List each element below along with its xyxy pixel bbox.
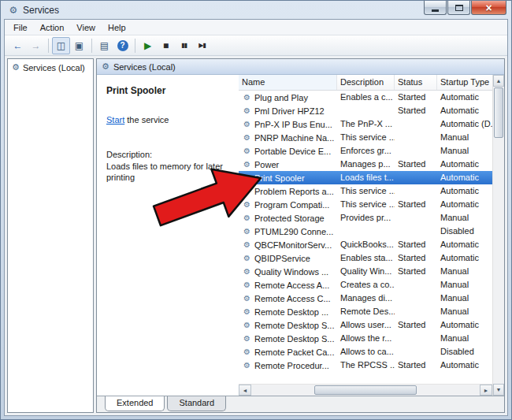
menu-item-action[interactable]: Action: [34, 21, 71, 34]
service-status: [395, 332, 437, 345]
service-row[interactable]: ⚙QBIDPServiceEnables sta...StartedAutoma…: [239, 251, 492, 265]
service-row[interactable]: ⚙Remote Packet Ca...Allows to ca...Disab…: [239, 345, 492, 359]
tab-standard[interactable]: Standard: [167, 396, 226, 411]
scroll-left-button[interactable]: ◄: [239, 385, 251, 396]
title-bar: ⚙ Services ×: [4, 1, 508, 19]
service-row[interactable]: ⚙Portable Device E...Enforces gr...Manua…: [239, 144, 492, 158]
service-name-cell: ⚙Protected Storage: [239, 211, 337, 225]
scroll-down-button[interactable]: ▼: [493, 384, 504, 396]
service-startup-type: Manual: [437, 278, 492, 292]
service-gear-icon: ⚙: [242, 348, 252, 356]
minimize-button[interactable]: [424, 1, 447, 15]
selected-service-name: Print Spooler: [106, 85, 231, 96]
start-service-link[interactable]: Start: [106, 115, 124, 125]
pause-service-button[interactable]: ▮▮: [175, 37, 193, 54]
service-name: QBIDPService: [254, 254, 310, 263]
column-header-startup-type[interactable]: Startup Type: [437, 75, 492, 90]
service-description: Enforces gr...: [337, 144, 395, 158]
restart-service-button[interactable]: ▶▮: [193, 37, 211, 54]
service-row[interactable]: ⚙Quality Windows ...Quality Win...Starte…: [239, 265, 492, 278]
export-list-icon: ▤: [100, 41, 109, 50]
back-button[interactable]: ←: [9, 37, 27, 54]
service-description: Enables a c...: [337, 91, 395, 104]
window-title: Services: [23, 5, 59, 16]
service-status: Started: [395, 265, 437, 278]
properties-button[interactable]: ▣: [70, 37, 88, 54]
service-name-cell: ⚙Remote Procedur...: [239, 359, 337, 372]
service-row[interactable]: ⚙Remote Access C...Manages di...Manual: [239, 292, 492, 305]
service-description: Loads files t...: [337, 171, 395, 184]
service-row[interactable]: ⚙Print SpoolerLoads files t...Automatic: [239, 171, 492, 184]
service-description: Creates a co...: [337, 278, 395, 292]
service-row[interactable]: ⚙Remote Procedur...The RPCSS ...StartedA…: [239, 359, 492, 372]
forward-button[interactable]: →: [27, 37, 45, 54]
service-gear-icon: ⚙: [242, 173, 252, 182]
service-status: [395, 171, 437, 184]
stop-service-button[interactable]: ■: [157, 37, 175, 54]
service-row[interactable]: ⚙Protected StorageProvides pr...Manual: [239, 211, 492, 225]
scroll-right-button[interactable]: ►: [480, 385, 492, 396]
service-startup-type: Disabled: [437, 225, 492, 238]
show-console-tree-button[interactable]: ◫: [52, 37, 70, 54]
column-header-description[interactable]: Description: [337, 75, 395, 90]
service-row[interactable]: ⚙Remote Desktop S...Allows user...Starte…: [239, 318, 492, 332]
service-info-panel: Print Spooler Start the service Descript…: [97, 75, 239, 396]
toolbar-separator: [91, 39, 92, 53]
maximize-button[interactable]: [447, 1, 470, 15]
service-gear-icon: ⚙: [242, 147, 252, 155]
service-gear-icon: ⚙: [242, 227, 252, 236]
service-row[interactable]: ⚙Remote Desktop ...Remote Des...Manual: [239, 305, 492, 318]
service-description: This service ...: [337, 184, 395, 198]
service-status: Started: [395, 198, 437, 211]
pane-body: Print Spooler Start the service Descript…: [97, 75, 504, 396]
service-name: Portable Device E...: [254, 147, 331, 156]
service-name: Remote Packet Ca...: [254, 348, 335, 357]
service-name-cell: ⚙PTUML290 Conne...: [239, 225, 337, 238]
start-service-button[interactable]: ▶: [139, 37, 157, 54]
help-button[interactable]: ?: [113, 37, 132, 54]
service-name-cell: ⚙Remote Desktop ...: [239, 305, 337, 318]
service-row[interactable]: ⚙PowerManages p...StartedAutomatic: [239, 158, 492, 171]
tab-extended[interactable]: Extended: [105, 396, 165, 411]
horizontal-scroll-track[interactable]: [417, 385, 480, 396]
service-name: Remote Access A...: [254, 281, 329, 290]
menu-item-help[interactable]: Help: [102, 21, 132, 34]
service-gear-icon: ⚙: [242, 120, 252, 128]
service-row[interactable]: ⚙Remote Desktop S...Allows the r...Manua…: [239, 332, 492, 345]
service-row[interactable]: ⚙Problem Reports a...This service ...Aut…: [239, 184, 492, 198]
service-row[interactable]: ⚙PNRP Machine Na...This service ...Manua…: [239, 131, 492, 144]
service-row[interactable]: ⚙PTUML290 Conne...Disabled: [239, 225, 492, 238]
scroll-up-button[interactable]: ▲: [493, 75, 504, 87]
column-header-status[interactable]: Status: [395, 75, 437, 90]
properties-icon: ▣: [75, 41, 83, 50]
service-startup-type: Automatic: [437, 198, 492, 211]
vertical-scroll-track[interactable]: [493, 139, 504, 384]
service-row[interactable]: ⚙Plug and PlayEnables a c...StartedAutom…: [239, 91, 492, 104]
horizontal-scroll-thumb[interactable]: [314, 385, 417, 395]
export-list-button[interactable]: ▤: [95, 37, 113, 54]
service-name-cell: ⚙Remote Desktop S...: [239, 332, 337, 345]
tree-item-services-local[interactable]: ⚙ Services (Local): [9, 61, 91, 73]
service-row[interactable]: ⚙PnP-X IP Bus Enu...The PnP-X ...Automat…: [239, 117, 492, 131]
service-description: Allows the r...: [337, 332, 395, 345]
start-service-icon: ▶: [144, 41, 151, 50]
pane-header-icon: ⚙: [102, 61, 109, 72]
service-row[interactable]: ⚙QBCFMonitorServ...QuickBooks...StartedA…: [239, 238, 492, 251]
menu-item-file[interactable]: File: [7, 21, 34, 34]
toolbar-separator: [135, 39, 135, 53]
service-name-cell: ⚙Pml Driver HPZ12: [239, 104, 337, 117]
service-description: Allows to ca...: [337, 345, 395, 359]
column-header-name[interactable]: Name: [239, 75, 337, 90]
service-row[interactable]: ⚙Remote Access A...Creates a co...Manual: [239, 278, 492, 292]
close-button[interactable]: ×: [471, 1, 506, 15]
service-description: [337, 104, 395, 117]
service-row[interactable]: ⚙Pml Driver HPZ12StartedAutomatic: [239, 104, 492, 117]
menu-item-view[interactable]: View: [70, 21, 102, 34]
service-row[interactable]: ⚙Program Compati...This service ...Start…: [239, 198, 492, 211]
service-description: Enables sta...: [337, 251, 395, 265]
service-startup-type: Manual: [437, 292, 492, 305]
service-name: QBCFMonitorServ...: [254, 240, 332, 250]
vertical-scroll-thumb[interactable]: [494, 87, 503, 138]
show-console-tree-icon: ◫: [57, 41, 65, 50]
service-name-cell: ⚙Portable Device E...: [239, 144, 337, 158]
